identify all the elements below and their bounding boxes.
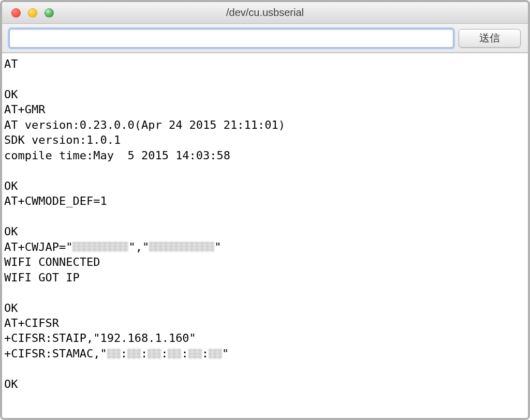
terminal-line: AT (4, 56, 526, 71)
terminal-line: AT+CWMODE_DEF=1 (4, 193, 526, 208)
terminal-line (4, 163, 526, 178)
terminal-line: OK (4, 224, 526, 239)
traffic-lights (2, 8, 54, 18)
terminal-line: +CIFSR:STAMAC,":::::" (4, 346, 526, 361)
terminal-line: AT+CIFSR (4, 316, 526, 331)
terminal-line (4, 285, 526, 300)
window-title: /dev/cu.usbserial (2, 7, 528, 19)
send-button[interactable]: 送信 (459, 29, 521, 48)
zoom-icon[interactable] (45, 8, 54, 18)
terminal-line: WIFI GOT IP (4, 270, 526, 285)
minimize-icon[interactable] (28, 8, 37, 18)
toolbar: 送信 (2, 24, 528, 53)
close-icon[interactable] (11, 8, 21, 18)
terminal-line: SDK version:1.0.1 (4, 132, 526, 147)
command-input[interactable] (9, 29, 453, 48)
terminal-line (4, 209, 526, 224)
redacted-text (72, 242, 128, 252)
terminal-line (4, 361, 526, 376)
redacted-text (209, 349, 222, 359)
terminal-line: AT version:0.23.0.0(Apr 24 2015 21:11:01… (4, 117, 526, 132)
redacted-text (127, 349, 141, 359)
title-bar: /dev/cu.usbserial (2, 2, 528, 24)
terminal-line: AT+GMR (4, 102, 526, 117)
terminal-line: compile time:May 5 2015 14:03:58 (4, 148, 526, 163)
redacted-text (107, 349, 121, 359)
redacted-text (188, 349, 202, 359)
redacted-text (149, 242, 214, 252)
redacted-text (168, 349, 181, 359)
redacted-text (148, 349, 161, 359)
terminal-line: OK (4, 178, 526, 193)
terminal-line: WIFI CONNECTED (4, 254, 526, 269)
terminal-line: AT+CWJAP="","" (4, 239, 526, 254)
terminal-line: +CIFSR:STAIP,"192.168.1.160" (4, 331, 526, 346)
terminal-line: OK (4, 87, 526, 102)
terminal-line (4, 71, 526, 86)
terminal-output[interactable]: ATOKAT+GMRAT version:0.23.0.0(Apr 24 201… (2, 53, 528, 418)
terminal-line: OK (4, 377, 526, 392)
terminal-line: OK (4, 301, 526, 316)
